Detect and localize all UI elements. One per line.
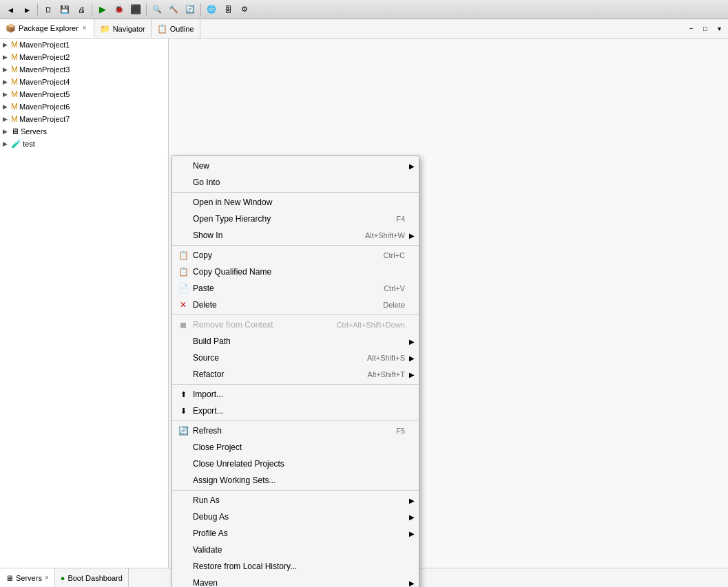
tab-navigator[interactable]: 📁 Navigator (94, 19, 152, 38)
tree-item-4[interactable]: ▶ M MavenProject4 (0, 76, 168, 88)
tree-item-7[interactable]: ▶ M MavenProject7 (0, 113, 168, 125)
ctx-copy-qualified[interactable]: 📋 Copy Qualified Name (172, 264, 419, 280)
tree-label-6: MavenProject6 (19, 103, 70, 111)
tree-icon-5: M (11, 89, 18, 99)
settings-button[interactable]: ⚙ (237, 2, 252, 17)
paste-icon: 📄 (178, 283, 189, 294)
maximize-panel-button[interactable]: □ (699, 23, 711, 35)
tree-item-servers[interactable]: ▶ 🖥 Servers (0, 125, 168, 138)
tab-package-explorer-close[interactable]: × (81, 23, 88, 32)
refresh-toolbar-button[interactable]: 🔄 (183, 2, 198, 17)
tree-arrow-5: ▶ (3, 91, 10, 98)
tree-label-servers: Servers (21, 127, 47, 136)
db-button[interactable]: 🗄 (220, 2, 236, 17)
ctx-copy[interactable]: 📋 Copy Ctrl+C (172, 247, 419, 264)
ctx-sep-5 (172, 420, 419, 421)
tab-package-explorer[interactable]: 📦 Package Explorer × (0, 19, 94, 38)
close-project-icon (178, 442, 189, 453)
ctx-delete[interactable]: ✕ Delete Delete (172, 297, 419, 313)
forward-button[interactable]: ▸ (19, 2, 34, 17)
package-explorer-icon: 📦 (6, 23, 16, 33)
tree-arrow-servers: ▶ (3, 128, 10, 135)
minimize-panel-button[interactable]: − (685, 23, 698, 35)
tree-arrow-test: ▶ (3, 140, 10, 147)
open-type-icon (178, 213, 189, 224)
tree-item-test[interactable]: ▶ 🧪 test (0, 138, 168, 150)
source-arrow: ▶ (409, 354, 415, 362)
debug-as-icon (178, 511, 189, 522)
tree-item-2[interactable]: ▶ M MavenProject2 (0, 51, 168, 63)
ctx-close-project[interactable]: Close Project (172, 439, 419, 456)
ctx-restore-history[interactable]: Restore from Local History... (172, 558, 419, 575)
tree-item-5[interactable]: ▶ M MavenProject5 (0, 88, 168, 100)
tree-label-3: MavenProject3 (19, 65, 70, 74)
ctx-refactor[interactable]: Refactor Alt+Shift+T ▶ (172, 366, 419, 383)
view-menu-button[interactable]: ▾ (713, 23, 725, 35)
ctx-assign-working[interactable]: Assign Working Sets... (172, 472, 419, 489)
ctx-validate[interactable]: Validate (172, 542, 419, 558)
ctx-new[interactable]: New ▶ (172, 158, 419, 174)
open-window-icon (178, 197, 189, 208)
stop-button[interactable]: ⬛ (128, 2, 143, 17)
tree-arrow-1: ▶ (3, 41, 10, 48)
remove-icon: ◼ (178, 319, 189, 330)
debug-as-arrow: ▶ (409, 513, 415, 521)
ctx-export[interactable]: ⬇ Export... (172, 403, 419, 419)
toolbar-sep-2 (92, 3, 92, 16)
profile-as-arrow: ▶ (409, 530, 415, 537)
ctx-debug-as[interactable]: Debug As ▶ (172, 509, 419, 525)
ctx-build-path[interactable]: Build Path ▶ (172, 333, 419, 350)
ctx-paste[interactable]: 📄 Paste Ctrl+V (172, 280, 419, 297)
tree-icon-6: M (11, 102, 18, 111)
bottom-tab-boot-dashboard[interactable]: ● Boot Dashboard (55, 568, 129, 587)
servers-label: Servers (16, 574, 42, 582)
bottom-tab-servers[interactable]: 🖥 Servers × (0, 568, 55, 587)
build-path-icon (178, 336, 189, 347)
servers-close[interactable]: × (45, 574, 49, 581)
servers-icon: 🖥 (6, 574, 13, 582)
tab-controls: − □ ▾ (683, 19, 728, 38)
ctx-go-into[interactable]: Go Into (172, 174, 419, 191)
ctx-refresh[interactable]: 🔄 Refresh F5 (172, 423, 419, 439)
ctx-open-window[interactable]: Open in New Window (172, 194, 419, 211)
new-icon (178, 160, 189, 171)
tree-icon-test: 🧪 (11, 139, 21, 149)
restore-history-icon (178, 561, 189, 572)
build-button[interactable]: 🔨 (166, 2, 181, 17)
print-button[interactable]: 🖨 (74, 2, 89, 17)
ctx-show-in[interactable]: Show In Alt+Shift+W ▶ (172, 227, 419, 244)
tree-label-2: MavenProject2 (19, 53, 70, 61)
import-icon: ⬆ (178, 389, 189, 400)
ctx-source[interactable]: Source Alt+Shift+S ▶ (172, 350, 419, 366)
ctx-sep-6 (172, 490, 419, 491)
tree-item-1[interactable]: ▶ M MavenProject1 (0, 39, 168, 51)
back-button[interactable]: ◂ (3, 2, 18, 17)
tree-icon-2: M (11, 52, 18, 62)
debug-button[interactable]: 🐞 (112, 2, 127, 17)
build-path-arrow: ▶ (409, 338, 415, 345)
save-button[interactable]: 💾 (57, 2, 72, 17)
ctx-close-unrelated[interactable]: Close Unrelated Projects (172, 456, 419, 472)
run-button[interactable]: ▶ (95, 2, 110, 17)
ctx-maven[interactable]: Maven ▶ (172, 575, 419, 587)
tree-arrow-6: ▶ (3, 103, 10, 110)
toolbar-sep-1 (37, 3, 38, 16)
new-button[interactable]: 🗋 (41, 2, 56, 17)
ctx-run-as[interactable]: Run As ▶ (172, 492, 419, 509)
tree-item-6[interactable]: ▶ M MavenProject6 (0, 100, 168, 113)
tree-label-test: test (23, 140, 35, 148)
ctx-import[interactable]: ⬆ Import... (172, 386, 419, 403)
refactor-icon (178, 369, 189, 380)
ctx-open-type[interactable]: Open Type Hierarchy F4 (172, 211, 419, 227)
toolbar-sep-4 (200, 3, 201, 16)
tab-outline[interactable]: 📋 Outline (152, 19, 200, 38)
tree-arrow-7: ▶ (3, 116, 10, 122)
search-button[interactable]: 🔍 (149, 2, 165, 17)
navigator-icon: 📁 (100, 24, 110, 34)
assign-working-icon (178, 475, 189, 486)
tree-item-3[interactable]: ▶ M MavenProject3 (0, 63, 168, 76)
run-as-arrow: ▶ (409, 497, 415, 504)
ctx-profile-as[interactable]: Profile As ▶ (172, 525, 419, 542)
tree-icon-servers: 🖥 (11, 127, 19, 136)
globe-button[interactable]: 🌐 (204, 2, 219, 17)
